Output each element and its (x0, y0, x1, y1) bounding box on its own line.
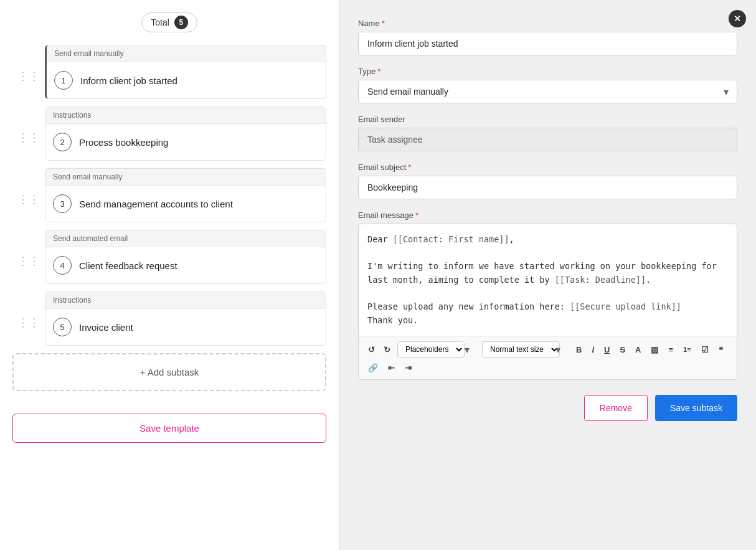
subtask-number-2: 2 (53, 133, 72, 151)
total-badge: Total 5 (12, 12, 326, 32)
link-button[interactable]: 🔗 (365, 361, 381, 374)
bold-button[interactable]: B (573, 343, 585, 356)
text-size-select[interactable]: Normal text size (482, 341, 560, 358)
strikethrough-button[interactable]: S (617, 343, 628, 356)
email-sender-field-group: Email sender Task assignee (358, 115, 737, 151)
subtask-card-content-3: Send email manually 3 Send management ac… (45, 168, 326, 222)
subtask-list: ⋮⋮ Send email manually 1 Inform client j… (12, 45, 326, 353)
undo-button[interactable]: ↺ (365, 343, 378, 356)
drag-handle-5[interactable]: ⋮⋮ (12, 292, 45, 353)
message-line-1: Dear [[Contact: First name]], (367, 233, 728, 247)
subtask-row-3[interactable]: 3 Send management accounts to client (45, 186, 326, 222)
save-template-button[interactable]: Save template (12, 414, 326, 443)
message-line-2: I'm writing to inform we have started wo… (367, 260, 728, 287)
subtask-card-content-1: Send email manually 1 Inform client job … (45, 45, 326, 99)
remove-button[interactable]: Remove (584, 395, 648, 421)
placeholder-task-deadline: [[Task: Deadline]] (555, 275, 646, 285)
subtask-card-2[interactable]: ⋮⋮ Instructions 2 Process bookkeeping (12, 107, 326, 168)
subtask-card-1[interactable]: ⋮⋮ Send email manually 1 Inform client j… (12, 45, 326, 107)
subtask-card-content-4: Send automated email 4 Client feedback r… (45, 230, 326, 284)
drag-handle-1[interactable]: ⋮⋮ (12, 45, 45, 107)
message-line-3: Please upload any new information here: … (367, 300, 728, 314)
email-message-area: Dear [[Contact: First name]], I'm writin… (358, 224, 737, 380)
subtask-row-2[interactable]: 2 Process bookkeeping (45, 124, 326, 160)
type-field-group: Type * Send email manually Send automate… (358, 67, 737, 103)
email-message-field-group: Email message * Dear [[Contact: First na… (358, 211, 737, 380)
save-subtask-button[interactable]: Save subtask (655, 395, 737, 421)
email-message-required-star: * (415, 211, 418, 220)
subtask-number-1: 1 (54, 71, 73, 90)
subtask-card-content-2: Instructions 2 Process bookkeeping (45, 107, 326, 161)
subtask-card-3[interactable]: ⋮⋮ Send email manually 3 Send management… (12, 168, 326, 230)
subtask-card-4[interactable]: ⋮⋮ Send automated email 4 Client feedbac… (12, 230, 326, 292)
drag-handle-3[interactable]: ⋮⋮ (12, 168, 45, 230)
placeholders-select-wrapper: Placeholders (397, 341, 478, 358)
email-subject-field-group: Email subject * (358, 163, 737, 199)
total-text: Total (151, 17, 169, 27)
subtask-name-1: Inform client job started (80, 75, 177, 86)
email-sender-value: Task assignee (358, 128, 737, 151)
email-subject-label: Email subject * (358, 163, 737, 172)
add-subtask-button[interactable]: + Add subtask (12, 353, 326, 391)
message-line-4: Thank you. (367, 314, 728, 328)
indent-more-button[interactable]: ⇥ (402, 361, 415, 374)
email-sender-label: Email sender (358, 115, 737, 124)
footer-buttons: Remove Save subtask (358, 395, 737, 421)
subtask-number-3: 3 (53, 194, 72, 213)
indent-less-button[interactable]: ⇤ (385, 361, 398, 374)
numbered-list-button[interactable]: 1≡ (680, 344, 694, 355)
email-message-body[interactable]: Dear [[Contact: First name]], I'm writin… (359, 224, 737, 336)
type-required-star: * (377, 67, 380, 76)
subtask-type-4: Send automated email (45, 230, 326, 247)
redo-button[interactable]: ↻ (380, 343, 394, 356)
right-panel: ✕ Name * Type * Send email manually Send… (339, 0, 756, 550)
type-select[interactable]: Send email manually Send automated email… (358, 80, 737, 103)
text-size-select-wrapper: Normal text size (482, 341, 569, 358)
subtask-type-1: Send email manually (47, 45, 326, 62)
subtask-type-2: Instructions (45, 107, 326, 124)
name-required-star: * (382, 19, 385, 28)
total-label: Total 5 (141, 12, 197, 32)
left-panel: Total 5 ⋮⋮ Send email manually 1 Inform … (0, 0, 339, 550)
subtask-number-4: 4 (53, 256, 72, 275)
message-toolbar: ↺ ↻ Placeholders Normal text size B I U … (359, 336, 737, 379)
subtask-row-5[interactable]: 5 Invoice client (45, 309, 326, 345)
checklist-button[interactable]: ☑ (698, 343, 712, 356)
type-label: Type * (358, 67, 737, 76)
subtask-name-4: Client feedback request (79, 260, 177, 271)
subtask-type-5: Instructions (45, 292, 326, 309)
type-select-wrapper: Send email manually Send automated email… (358, 80, 737, 103)
subtask-row-4[interactable]: 4 Client feedback request (45, 247, 326, 283)
bullet-list-button[interactable]: ≡ (665, 343, 676, 356)
placeholder-contact-first-name: [[Contact: First name]] (393, 234, 509, 244)
name-label: Name * (358, 19, 737, 28)
highlight-button[interactable]: ▨ (648, 343, 661, 356)
subtask-row-1[interactable]: 1 Inform client job started (47, 62, 326, 98)
subtask-card-5[interactable]: ⋮⋮ Instructions 5 Invoice client (12, 292, 326, 353)
total-count: 5 (174, 16, 188, 29)
email-message-label: Email message * (358, 211, 737, 220)
placeholders-select[interactable]: Placeholders (397, 341, 465, 358)
placeholder-secure-upload: [[Secure upload link]] (570, 301, 681, 311)
name-field-group: Name * (358, 19, 737, 55)
subtask-name-2: Process bookkeeping (79, 137, 168, 148)
undo-redo-group: ↺ ↻ (365, 343, 394, 356)
underline-button[interactable]: U (601, 343, 613, 356)
email-subject-required-star: * (408, 163, 411, 172)
subtask-number-5: 5 (53, 318, 72, 336)
quote-button[interactable]: ❝ (716, 343, 726, 356)
italic-button[interactable]: I (588, 343, 597, 356)
email-subject-input[interactable] (358, 176, 737, 199)
drag-handle-2[interactable]: ⋮⋮ (12, 107, 45, 168)
subtask-name-5: Invoice client (79, 322, 133, 333)
close-button[interactable]: ✕ (729, 10, 746, 27)
name-input[interactable] (358, 32, 737, 55)
subtask-type-3: Send email manually (45, 169, 326, 186)
subtask-card-content-5: Instructions 5 Invoice client (45, 292, 326, 346)
left-bottom: Save template (12, 414, 326, 443)
subtask-name-3: Send management accounts to client (79, 199, 233, 209)
drag-handle-4[interactable]: ⋮⋮ (12, 230, 45, 292)
text-color-button[interactable]: A (632, 343, 644, 356)
